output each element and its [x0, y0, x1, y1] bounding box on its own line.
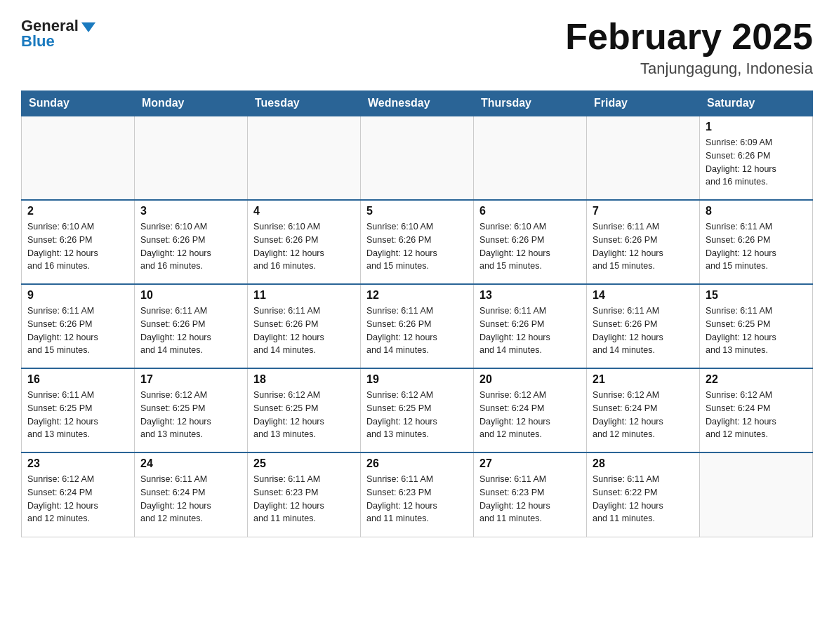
day-number: 4: [253, 205, 355, 217]
day-number: 22: [706, 373, 807, 386]
day-info: Sunrise: 6:11 AMSunset: 6:22 PMDaylight:…: [593, 473, 694, 525]
table-cell: 20Sunrise: 6:12 AMSunset: 6:24 PMDayligh…: [474, 368, 587, 452]
table-cell: 19Sunrise: 6:12 AMSunset: 6:25 PMDayligh…: [361, 368, 474, 452]
day-info: Sunrise: 6:11 AMSunset: 6:23 PMDaylight:…: [366, 473, 468, 525]
page-header: General Blue February 2025 Tanjungagung,…: [21, 17, 813, 78]
week-row-5: 23Sunrise: 6:12 AMSunset: 6:24 PMDayligh…: [22, 452, 813, 537]
day-info: Sunrise: 6:12 AMSunset: 6:24 PMDaylight:…: [27, 473, 128, 525]
day-number: 25: [253, 457, 355, 470]
weekday-header-row: Sunday Monday Tuesday Wednesday Thursday…: [22, 91, 813, 116]
day-info: Sunrise: 6:11 AMSunset: 6:23 PMDaylight:…: [479, 473, 581, 525]
table-cell: [587, 116, 700, 200]
table-cell: 25Sunrise: 6:11 AMSunset: 6:23 PMDayligh…: [248, 452, 361, 537]
logo-triangle-icon: [81, 22, 95, 32]
table-cell: 6Sunrise: 6:10 AMSunset: 6:26 PMDaylight…: [474, 200, 587, 284]
week-row-4: 16Sunrise: 6:11 AMSunset: 6:25 PMDayligh…: [22, 368, 813, 452]
table-cell: 23Sunrise: 6:12 AMSunset: 6:24 PMDayligh…: [22, 452, 135, 537]
table-cell: 4Sunrise: 6:10 AMSunset: 6:26 PMDaylight…: [248, 200, 361, 284]
day-info: Sunrise: 6:11 AMSunset: 6:26 PMDaylight:…: [366, 304, 468, 357]
day-info: Sunrise: 6:11 AMSunset: 6:26 PMDaylight:…: [253, 304, 355, 357]
day-info: Sunrise: 6:11 AMSunset: 6:23 PMDaylight:…: [253, 473, 355, 525]
day-number: 5: [366, 205, 468, 217]
table-cell: [248, 116, 361, 200]
day-number: 9: [27, 289, 128, 302]
day-number: 10: [140, 289, 241, 302]
day-info: Sunrise: 6:12 AMSunset: 6:25 PMDaylight:…: [253, 389, 355, 441]
table-cell: 7Sunrise: 6:11 AMSunset: 6:26 PMDaylight…: [587, 200, 700, 284]
table-cell: 26Sunrise: 6:11 AMSunset: 6:23 PMDayligh…: [361, 452, 474, 537]
table-cell: 12Sunrise: 6:11 AMSunset: 6:26 PMDayligh…: [361, 284, 474, 368]
week-row-1: 1Sunrise: 6:09 AMSunset: 6:26 PMDaylight…: [22, 116, 813, 200]
day-number: 15: [706, 289, 807, 302]
header-saturday: Saturday: [700, 91, 813, 116]
day-info: Sunrise: 6:12 AMSunset: 6:24 PMDaylight:…: [706, 389, 807, 441]
day-number: 14: [593, 289, 694, 302]
day-number: 23: [27, 457, 128, 470]
day-number: 1: [706, 121, 807, 133]
table-cell: 1Sunrise: 6:09 AMSunset: 6:26 PMDaylight…: [700, 116, 813, 200]
calendar-title: February 2025: [565, 17, 813, 57]
day-info: Sunrise: 6:10 AMSunset: 6:26 PMDaylight:…: [366, 220, 468, 273]
day-info: Sunrise: 6:11 AMSunset: 6:25 PMDaylight:…: [27, 389, 128, 441]
day-info: Sunrise: 6:12 AMSunset: 6:24 PMDaylight:…: [479, 389, 581, 441]
logo-blue-text: Blue: [21, 32, 55, 51]
day-info: Sunrise: 6:11 AMSunset: 6:24 PMDaylight:…: [140, 473, 241, 525]
day-number: 8: [706, 205, 807, 217]
table-cell: [474, 116, 587, 200]
day-number: 18: [253, 373, 355, 386]
table-cell: [700, 452, 813, 537]
header-wednesday: Wednesday: [361, 91, 474, 116]
table-cell: 14Sunrise: 6:11 AMSunset: 6:26 PMDayligh…: [587, 284, 700, 368]
table-cell: 17Sunrise: 6:12 AMSunset: 6:25 PMDayligh…: [135, 368, 248, 452]
day-number: 6: [479, 205, 581, 217]
day-number: 19: [366, 373, 468, 386]
table-cell: 5Sunrise: 6:10 AMSunset: 6:26 PMDaylight…: [361, 200, 474, 284]
table-cell: 24Sunrise: 6:11 AMSunset: 6:24 PMDayligh…: [135, 452, 248, 537]
day-number: 17: [140, 373, 241, 386]
table-cell: 18Sunrise: 6:12 AMSunset: 6:25 PMDayligh…: [248, 368, 361, 452]
table-cell: 22Sunrise: 6:12 AMSunset: 6:24 PMDayligh…: [700, 368, 813, 452]
table-cell: 10Sunrise: 6:11 AMSunset: 6:26 PMDayligh…: [135, 284, 248, 368]
day-number: 26: [366, 457, 468, 470]
header-thursday: Thursday: [474, 91, 587, 116]
table-cell: 8Sunrise: 6:11 AMSunset: 6:26 PMDaylight…: [700, 200, 813, 284]
day-info: Sunrise: 6:11 AMSunset: 6:25 PMDaylight:…: [706, 304, 807, 357]
day-info: Sunrise: 6:11 AMSunset: 6:26 PMDaylight:…: [27, 304, 128, 357]
day-info: Sunrise: 6:11 AMSunset: 6:26 PMDaylight:…: [479, 304, 581, 357]
header-sunday: Sunday: [22, 91, 135, 116]
table-cell: 9Sunrise: 6:11 AMSunset: 6:26 PMDaylight…: [22, 284, 135, 368]
table-cell: [22, 116, 135, 200]
calendar-table: Sunday Monday Tuesday Wednesday Thursday…: [21, 90, 813, 537]
table-cell: 2Sunrise: 6:10 AMSunset: 6:26 PMDaylight…: [22, 200, 135, 284]
header-tuesday: Tuesday: [248, 91, 361, 116]
day-info: Sunrise: 6:12 AMSunset: 6:25 PMDaylight:…: [366, 389, 468, 441]
table-cell: [135, 116, 248, 200]
week-row-3: 9Sunrise: 6:11 AMSunset: 6:26 PMDaylight…: [22, 284, 813, 368]
day-number: 12: [366, 289, 468, 302]
table-cell: 15Sunrise: 6:11 AMSunset: 6:25 PMDayligh…: [700, 284, 813, 368]
day-info: Sunrise: 6:11 AMSunset: 6:26 PMDaylight:…: [593, 220, 694, 273]
header-monday: Monday: [135, 91, 248, 116]
day-number: 28: [593, 457, 694, 470]
day-info: Sunrise: 6:12 AMSunset: 6:25 PMDaylight:…: [140, 389, 241, 441]
table-cell: 28Sunrise: 6:11 AMSunset: 6:22 PMDayligh…: [587, 452, 700, 537]
table-cell: [361, 116, 474, 200]
header-friday: Friday: [587, 91, 700, 116]
day-info: Sunrise: 6:11 AMSunset: 6:26 PMDaylight:…: [593, 304, 694, 357]
table-cell: 27Sunrise: 6:11 AMSunset: 6:23 PMDayligh…: [474, 452, 587, 537]
table-cell: 16Sunrise: 6:11 AMSunset: 6:25 PMDayligh…: [22, 368, 135, 452]
day-info: Sunrise: 6:10 AMSunset: 6:26 PMDaylight:…: [140, 220, 241, 273]
table-cell: 13Sunrise: 6:11 AMSunset: 6:26 PMDayligh…: [474, 284, 587, 368]
day-info: Sunrise: 6:10 AMSunset: 6:26 PMDaylight:…: [479, 220, 581, 273]
table-cell: 3Sunrise: 6:10 AMSunset: 6:26 PMDaylight…: [135, 200, 248, 284]
day-info: Sunrise: 6:12 AMSunset: 6:24 PMDaylight:…: [593, 389, 694, 441]
day-info: Sunrise: 6:10 AMSunset: 6:26 PMDaylight:…: [27, 220, 128, 273]
day-info: Sunrise: 6:11 AMSunset: 6:26 PMDaylight:…: [706, 220, 807, 273]
day-number: 11: [253, 289, 355, 302]
title-block: February 2025 Tanjungagung, Indonesia: [565, 17, 813, 78]
day-number: 20: [479, 373, 581, 386]
day-number: 16: [27, 373, 128, 386]
week-row-2: 2Sunrise: 6:10 AMSunset: 6:26 PMDaylight…: [22, 200, 813, 284]
day-info: Sunrise: 6:11 AMSunset: 6:26 PMDaylight:…: [140, 304, 241, 357]
logo: General Blue: [21, 17, 95, 51]
